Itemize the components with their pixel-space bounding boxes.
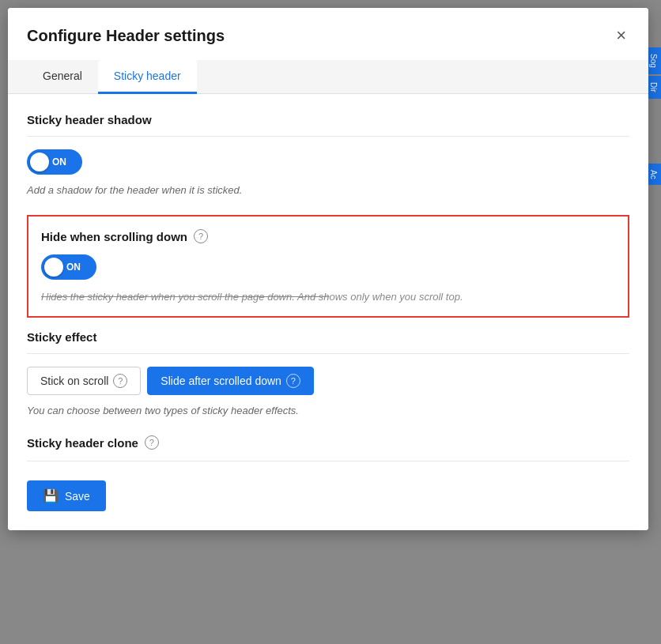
shadow-toggle-knob xyxy=(30,153,49,171)
hide-scrolling-desc-normal: ows only when you scroll top. xyxy=(329,291,463,303)
stick-on-scroll-button[interactable]: Stick on scroll ? xyxy=(27,367,141,395)
tab-general[interactable]: General xyxy=(27,60,98,94)
shadow-toggle-row: ON xyxy=(27,149,629,175)
modal-title: Configure Header settings xyxy=(27,27,225,45)
sticky-header-clone-title: Sticky header clone xyxy=(27,436,138,450)
sticky-header-shadow-title: Sticky header shadow xyxy=(27,113,629,126)
shadow-description: Add a shadow for the header when it is s… xyxy=(27,184,629,196)
hide-scrolling-title: Hide when scrolling down xyxy=(41,230,187,243)
save-button-row: 💾 Save xyxy=(27,480,629,511)
slide-after-label: Slide after scrolled down xyxy=(161,375,281,387)
hide-scrolling-toggle[interactable]: ON xyxy=(41,254,96,280)
shadow-divider xyxy=(27,136,629,137)
shadow-toggle[interactable]: ON xyxy=(27,149,82,175)
hide-scrolling-toggle-knob xyxy=(44,258,63,277)
save-button-label: Save xyxy=(65,490,90,503)
hide-scrolling-desc-strikethrough: Hides the sticky header when you scroll … xyxy=(41,291,329,303)
clone-divider xyxy=(27,461,629,461)
clone-help-icon[interactable]: ? xyxy=(145,435,159,450)
hide-scrolling-help-icon[interactable]: ? xyxy=(194,229,208,243)
sticky-header-shadow-section: Sticky header shadow ON Add a shadow for… xyxy=(27,113,629,196)
sticky-header-clone-section: Sticky header clone ? xyxy=(27,435,629,461)
tab-sticky-header[interactable]: Sticky header xyxy=(98,60,197,94)
slide-after-scrolled-down-button[interactable]: Slide after scrolled down ? xyxy=(147,367,314,395)
hide-scrolling-header: Hide when scrolling down ? xyxy=(41,229,615,243)
hide-scrolling-toggle-row: ON xyxy=(41,254,615,280)
modal-body: Sticky header shadow ON Add a shadow for… xyxy=(8,94,648,530)
modal-header: Configure Header settings × xyxy=(8,8,648,47)
hide-scrolling-description: Hides the sticky header when you scroll … xyxy=(41,289,615,303)
sticky-effect-buttons: Stick on scroll ? Slide after scrolled d… xyxy=(27,367,629,395)
clone-header-row: Sticky header clone ? xyxy=(27,435,629,450)
stick-on-scroll-label: Stick on scroll xyxy=(40,375,108,387)
hide-scrolling-section: Hide when scrolling down ? ON Hides the … xyxy=(27,215,629,318)
save-icon: 💾 xyxy=(43,488,59,503)
sticky-effect-description: You can choose between two types of stic… xyxy=(27,405,629,416)
stick-on-scroll-help-icon[interactable]: ? xyxy=(113,374,127,388)
tab-bar: General Sticky header xyxy=(8,60,648,94)
modal-backdrop: Sog Dir Ac Configure Header settings × G… xyxy=(0,0,661,644)
hide-scrolling-toggle-label: ON xyxy=(66,262,81,273)
modal-dialog: Configure Header settings × General Stic… xyxy=(8,8,648,530)
close-button[interactable]: × xyxy=(613,24,629,47)
sticky-effect-title: Sticky effect xyxy=(27,330,629,344)
shadow-toggle-label: ON xyxy=(52,156,66,168)
slide-after-help-icon[interactable]: ? xyxy=(286,374,300,388)
save-button[interactable]: 💾 Save xyxy=(27,480,106,511)
sticky-effect-divider xyxy=(27,353,629,354)
sticky-effect-section: Sticky effect Stick on scroll ? Slide af… xyxy=(27,330,629,416)
